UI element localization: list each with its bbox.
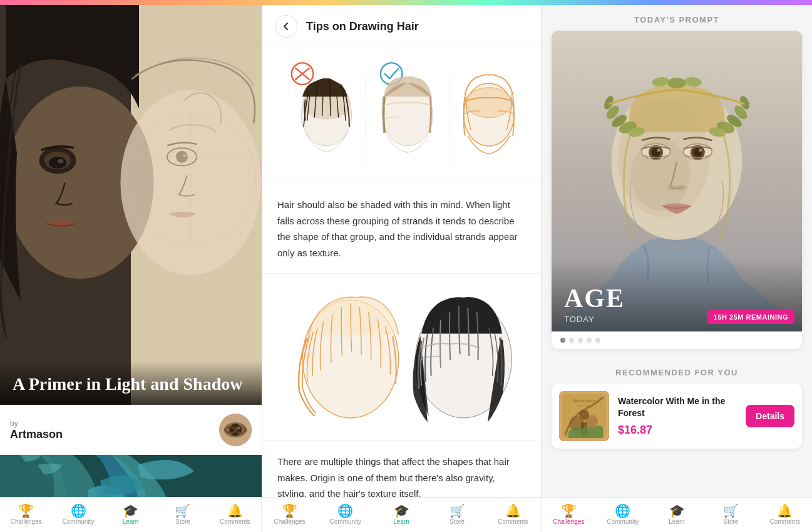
dot-5[interactable] bbox=[595, 338, 600, 343]
learn-icon: 🎓 bbox=[123, 504, 138, 517]
nav-right-challenges[interactable]: 🏆 Challenges bbox=[542, 498, 595, 532]
text-block-2: There are multiple things that affect th… bbox=[262, 441, 541, 497]
svg-text:Watercolor: Watercolor bbox=[573, 399, 596, 403]
nav-right-community-label: Community bbox=[607, 518, 639, 525]
card-title: A Primer in Light and Shadow bbox=[13, 373, 249, 395]
right-nav: 🏆 Challenges 🌐 Community 🎓 Learn 🛒 Store… bbox=[542, 498, 812, 532]
nav-mid-learn[interactable]: 🎓 Learn bbox=[373, 498, 429, 532]
svg-point-65 bbox=[579, 410, 589, 420]
dot-3[interactable] bbox=[578, 338, 583, 343]
svg-point-46 bbox=[667, 184, 677, 190]
comments-icon: 🔔 bbox=[227, 504, 243, 517]
nav-right-challenges-label: Challenges bbox=[553, 518, 584, 525]
mid-learn-icon: 🎓 bbox=[394, 504, 409, 517]
author-name: Artmason bbox=[10, 428, 63, 441]
prompt-card[interactable]: AGE TODAY 15H 25M REMAINING bbox=[552, 31, 802, 349]
dot-1[interactable] bbox=[560, 338, 565, 343]
nav-mid-community[interactable]: 🌐 Community bbox=[317, 498, 373, 532]
nav-right-community[interactable]: 🌐 Community bbox=[595, 498, 649, 532]
face-illustration bbox=[0, 5, 262, 405]
mid-comments-icon: 🔔 bbox=[505, 504, 521, 517]
nav-comments-label: Comments bbox=[220, 518, 250, 525]
nav-left-community[interactable]: 🌐 Community bbox=[52, 498, 104, 532]
svg-point-7 bbox=[58, 159, 63, 164]
middle-nav: 🏆 Challenges 🌐 Community 🎓 Learn 🛒 Store… bbox=[262, 498, 542, 532]
todays-prompt-title: TODAY'S PROMPT bbox=[542, 5, 812, 31]
article-title: Tips on Drawing Hair bbox=[306, 20, 419, 33]
nav-right-comments-label: Comments bbox=[770, 518, 800, 525]
nav-mid-challenges[interactable]: 🏆 Challenges bbox=[262, 498, 317, 532]
hair-comparison-diagram bbox=[262, 274, 541, 441]
author-avatar[interactable] bbox=[219, 414, 252, 446]
store-icon: 🛒 bbox=[175, 504, 190, 517]
bottom-lesson-card[interactable] bbox=[0, 455, 262, 497]
nav-right-learn-label: Learn bbox=[669, 518, 685, 525]
svg-point-45 bbox=[699, 149, 702, 152]
challenges-icon: 🏆 bbox=[18, 504, 34, 517]
recommended-title: RECOMMENDED FOR YOU bbox=[542, 359, 812, 383]
svg-point-40 bbox=[651, 148, 660, 157]
nav-mid-store-label: Store bbox=[450, 518, 465, 525]
hair-diagram-top bbox=[262, 48, 541, 184]
mid-challenges-icon: 🏆 bbox=[282, 504, 297, 517]
nav-right-store-label: Store bbox=[723, 518, 738, 525]
rec-thumbnail: Watercolor WITH ME bbox=[559, 391, 609, 441]
svg-point-11 bbox=[183, 154, 187, 157]
card-overlay: A Primer in Light and Shadow bbox=[0, 361, 262, 405]
nav-left-store[interactable]: 🛒 Store bbox=[157, 498, 208, 532]
dot-2[interactable] bbox=[569, 338, 574, 343]
dot-4[interactable] bbox=[587, 338, 592, 343]
nav-right-comments[interactable]: 🔔 Comments bbox=[758, 498, 812, 532]
prompt-dots bbox=[552, 331, 802, 349]
nav-left-challenges[interactable]: 🏆 Challenges bbox=[0, 498, 52, 532]
nav-mid-store[interactable]: 🛒 Store bbox=[429, 498, 485, 532]
nav-learn-label: Learn bbox=[123, 518, 139, 525]
nav-mid-community-label: Community bbox=[330, 518, 362, 525]
middle-panel: Tips on Drawing Hair bbox=[262, 5, 542, 497]
top-decorative-strip bbox=[0, 0, 812, 5]
svg-point-28 bbox=[466, 88, 511, 118]
right-store-icon: 🛒 bbox=[723, 504, 739, 517]
nav-right-learn[interactable]: 🎓 Learn bbox=[650, 498, 704, 532]
mid-community-icon: 🌐 bbox=[337, 504, 353, 517]
left-nav: 🏆 Challenges 🌐 Community 🎓 Learn 🛒 Store… bbox=[0, 498, 262, 532]
mid-store-icon: 🛒 bbox=[450, 504, 465, 517]
rec-info: Watercolor With Me in the Forest $16.87 bbox=[618, 395, 737, 436]
nav-community-label: Community bbox=[63, 518, 95, 525]
nav-left-comments[interactable]: 🔔 Comments bbox=[209, 498, 261, 532]
nav-left-learn[interactable]: 🎓 Learn bbox=[105, 498, 157, 532]
community-icon: 🌐 bbox=[71, 504, 86, 517]
nav-right-store[interactable]: 🛒 Store bbox=[704, 498, 758, 532]
svg-point-47 bbox=[676, 184, 687, 190]
svg-point-58 bbox=[667, 78, 686, 88]
nav-mid-comments[interactable]: 🔔 Comments bbox=[485, 498, 541, 532]
nav-challenges-label: Challenges bbox=[11, 518, 42, 525]
rec-title: Watercolor With Me in the Forest bbox=[618, 395, 737, 418]
svg-point-44 bbox=[693, 148, 702, 157]
text-block-1: Hair should also be shaded with this in … bbox=[262, 184, 541, 274]
nav-mid-learn-label: Learn bbox=[393, 518, 409, 525]
right-challenges-icon: 🏆 bbox=[561, 504, 577, 517]
by-label: by bbox=[10, 419, 63, 428]
svg-point-6 bbox=[49, 157, 66, 169]
recommended-card[interactable]: Watercolor WITH ME Watercolor With Me in… bbox=[552, 383, 802, 449]
svg-text:WITH ME: WITH ME bbox=[577, 404, 591, 408]
featured-lesson-card[interactable]: A Primer in Light and Shadow bbox=[0, 5, 262, 405]
main-content: A Primer in Light and Shadow by Artmason bbox=[0, 5, 812, 497]
paragraph-1: Hair should also be shaded with this in … bbox=[277, 199, 518, 258]
nav-mid-challenges-label: Challenges bbox=[274, 518, 306, 525]
prompt-word: AGE bbox=[564, 283, 789, 313]
rec-price: $16.87 bbox=[618, 424, 737, 437]
nav-store-label: Store bbox=[175, 518, 190, 525]
right-learn-icon: 🎓 bbox=[669, 504, 685, 517]
rec-details-button[interactable]: Details bbox=[746, 405, 794, 427]
prompt-remaining-badge: 15H 25M REMAINING bbox=[707, 310, 794, 324]
svg-point-41 bbox=[657, 149, 660, 152]
left-panel: A Primer in Light and Shadow by Artmason bbox=[0, 5, 262, 497]
back-button[interactable] bbox=[275, 15, 297, 38]
prompt-image: AGE TODAY 15H 25M REMAINING bbox=[552, 31, 802, 331]
paragraph-2: There are multiple things that affect th… bbox=[277, 456, 510, 497]
right-community-icon: 🌐 bbox=[615, 504, 630, 517]
author-info: by Artmason bbox=[10, 419, 63, 441]
nav-mid-comments-label: Comments bbox=[498, 518, 528, 525]
